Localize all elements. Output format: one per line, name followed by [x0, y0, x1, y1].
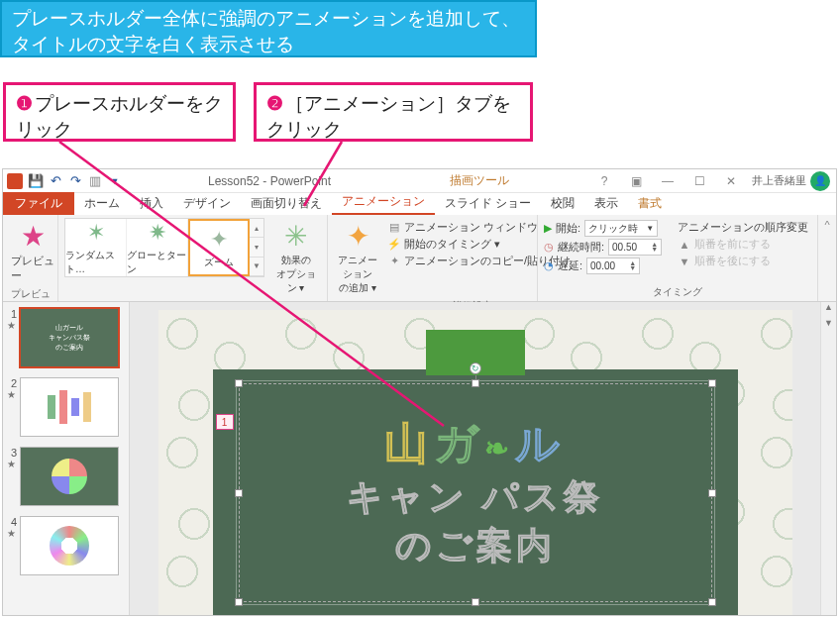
callout-2: ❷［アニメーション］タブをクリック [254, 82, 533, 142]
app-icon [7, 173, 23, 189]
leaf-icon: ❧ [484, 432, 515, 464]
slide-thumbnail-2[interactable] [20, 377, 119, 437]
effect-options-icon: ✳ [280, 220, 312, 252]
close-icon[interactable]: ✕ [720, 172, 742, 190]
title-placeholder[interactable]: ↻ 1 山ガ❧ル キャ [239, 383, 712, 602]
ribbon-tabs: ファイル ホーム 挿入 デザイン 画面切り替え アニメーション スライド ショー… [3, 193, 836, 215]
work-area: 1★ 山ガールキャンパス祭のご案内 2★ 3★ 4★ [3, 302, 836, 615]
tab-format[interactable]: 書式 [628, 193, 672, 215]
tab-slideshow[interactable]: スライド ショー [435, 193, 541, 215]
title-bar: 💾 ↶ ↷ ▥ ▼ Lesson52 - PowerPoint 描画ツール ? … [3, 169, 836, 193]
grow-turn-icon: ✷ [143, 219, 172, 247]
delay-spinner[interactable]: 00.00▲▼ [586, 258, 640, 274]
help-icon[interactable]: ? [593, 172, 615, 190]
gallery-grow-turn[interactable]: ✷ グローとターン [127, 219, 188, 276]
gallery-zoom[interactable]: ✦ ズーム [188, 219, 250, 276]
document-title: Lesson52 - PowerPoint [208, 174, 331, 188]
callout-2-num: ❷ [266, 93, 283, 114]
zoom-icon: ✦ [204, 226, 234, 254]
qat-save-icon[interactable]: 💾 [27, 172, 45, 190]
tab-home[interactable]: ホーム [74, 193, 130, 215]
preview-star-icon: ★ [17, 220, 49, 252]
ribbon-display-icon[interactable]: ▣ [625, 172, 647, 190]
maximize-icon[interactable]: ☐ [688, 172, 710, 190]
slide-card: ↻ 1 山ガ❧ル キャ [213, 369, 738, 615]
anim-star-icon: ★ [7, 320, 17, 331]
play-icon: ▶ [544, 222, 552, 235]
animation-order-tag[interactable]: 1 [216, 414, 234, 430]
slide-thumbnail-3[interactable] [20, 447, 119, 506]
tab-file[interactable]: ファイル [3, 192, 74, 215]
random-stripes-icon: ✶ [81, 219, 111, 247]
qat-redo-icon[interactable]: ↷ [66, 172, 84, 190]
slide-thumbnails-panel[interactable]: 1★ 山ガールキャンパス祭のご案内 2★ 3★ 4★ [3, 302, 130, 615]
powerpoint-window: 💾 ↶ ↷ ▥ ▼ Lesson52 - PowerPoint 描画ツール ? … [2, 168, 837, 616]
vertical-scrollbar[interactable]: ▲▼ [820, 302, 836, 615]
user-account[interactable]: 井上香緒里👤 [752, 171, 830, 191]
thumb-row-2[interactable]: 2★ [7, 377, 125, 437]
slide-thumbnail-1[interactable]: 山ガールキャンパス祭のご案内 [20, 308, 119, 367]
effect-options-button[interactable]: ✳ 効果の オプション ▾ [270, 218, 321, 297]
start-dropdown[interactable]: クリック時▼ [584, 220, 658, 237]
down-arrow-icon: ▼ [678, 255, 691, 268]
slide-thumbnail-4[interactable] [20, 516, 119, 575]
delay-row: ◔ 遅延: 00.00▲▼ [544, 258, 662, 274]
tab-insert[interactable]: 挿入 [130, 193, 173, 215]
qat-undo-icon[interactable]: ↶ [47, 172, 64, 190]
tab-review[interactable]: 校閲 [541, 193, 584, 215]
collapse-ribbon-icon[interactable]: ^ [818, 215, 836, 301]
anim-star-icon: ★ [7, 528, 17, 539]
duration-spinner[interactable]: 00.50▲▼ [608, 239, 662, 256]
anim-star-icon: ★ [7, 459, 17, 469]
anim-star-icon: ★ [7, 389, 17, 400]
move-later-button: ▼順番を後にする [678, 254, 808, 268]
minimize-icon[interactable]: — [657, 172, 679, 190]
slide-canvas-area[interactable]: ↻ 1 山ガ❧ル キャ [130, 302, 820, 615]
contextual-tab-label: 描画ツール [450, 172, 509, 189]
preview-button[interactable]: ★ プレビュー [9, 218, 56, 285]
clock-icon: ◷ [544, 241, 554, 254]
reorder-title: アニメーションの順序変更 [678, 220, 808, 235]
delay-icon: ◔ [544, 259, 554, 272]
rotate-handle-icon[interactable]: ↻ [470, 362, 481, 374]
gallery-random-stripes[interactable]: ✶ ランダムスト… [65, 219, 127, 276]
avatar-icon: 👤 [810, 171, 830, 191]
add-animation-button[interactable]: ✦ アニメーション の追加 ▾ [334, 218, 381, 297]
move-earlier-button: ▲順番を前にする [678, 237, 808, 252]
start-row: ▶ 開始: クリック時▼ [544, 220, 662, 237]
group-label-timing: タイミング [544, 283, 811, 301]
pane-icon: ▤ [387, 221, 401, 235]
qat-start-icon[interactable]: ▥ [86, 172, 104, 190]
callout-1-text: プレースホルダーをクリック [16, 93, 223, 140]
tab-design[interactable]: デザイン [173, 193, 241, 215]
title-text: 山ガ❧ル キャン パス祭 のご案内 [240, 384, 711, 601]
slide[interactable]: ↻ 1 山ガ❧ル キャ [158, 310, 792, 615]
qat-customize-icon[interactable]: ▼ [106, 172, 124, 190]
up-arrow-icon: ▲ [678, 238, 691, 252]
tab-animations[interactable]: アニメーション [332, 191, 435, 215]
gallery-scroll[interactable]: ▴▾▼ [250, 219, 263, 276]
thumb-row-4[interactable]: 4★ [7, 516, 125, 575]
instruction-banner: プレースホルダー全体に強調のアニメーションを追加して、タイトルの文字を白く表示さ… [0, 0, 537, 57]
thumb-row-3[interactable]: 3★ [7, 447, 125, 506]
animation-gallery[interactable]: ✶ ランダムスト… ✷ グローとターン ✦ ズーム ▴▾▼ [64, 218, 264, 277]
trigger-icon: ⚡ [387, 238, 401, 252]
thumb-row-1[interactable]: 1★ 山ガールキャンパス祭のご案内 [7, 308, 125, 367]
callout-1-num: ❶ [16, 93, 33, 114]
tab-transitions[interactable]: 画面切り替え [241, 193, 332, 215]
duration-row: ◷ 継続時間: 00.50▲▼ [544, 239, 662, 256]
add-animation-icon: ✦ [342, 220, 373, 252]
callout-1: ❶プレースホルダーをクリック [3, 82, 236, 142]
ribbon: ★ プレビュー プレビュー ✶ ランダムスト… ✷ グローとターン [3, 215, 836, 302]
callout-2-text: ［アニメーション］タブをクリック [266, 93, 511, 140]
painter-icon: ✦ [387, 255, 401, 268]
tab-view[interactable]: 表示 [584, 193, 628, 215]
